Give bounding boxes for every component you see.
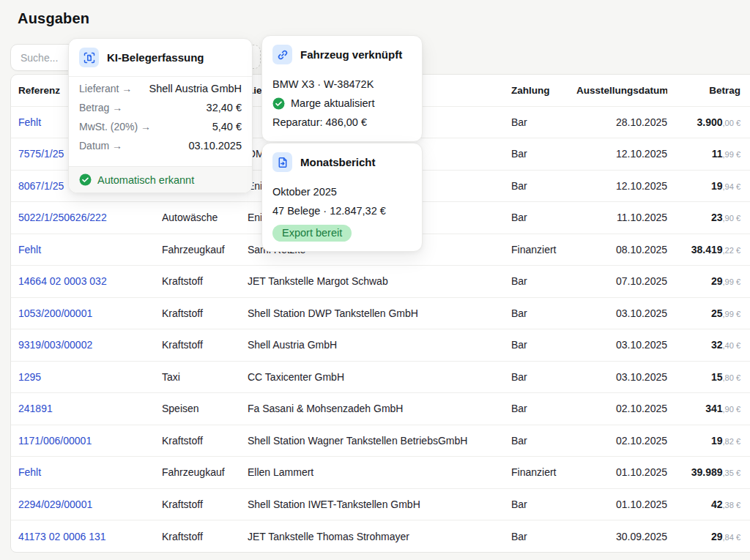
reference-link[interactable]: 41173 02 0006 131 — [18, 531, 106, 542]
payment-cell: Bar — [506, 266, 576, 298]
amount-cell: 29,99 € — [667, 266, 750, 298]
amount-cell: 42,38 € — [667, 488, 750, 520]
report-summary: 47 Belege · 12.847,32 € — [272, 201, 412, 220]
date-cell: 01.10.2025 — [576, 457, 667, 489]
payment-cell: Bar — [506, 138, 576, 171]
ki-status-text: Automatisch erkannt — [97, 174, 194, 186]
check-circle-icon — [272, 97, 285, 110]
date-cell: 07.10.2025 — [576, 266, 667, 298]
date-cell: 28.10.2025 — [576, 106, 667, 138]
category-cell: Kraftstoff — [162, 520, 248, 553]
date-cell: 08.10.2025 — [576, 234, 667, 266]
payment-cell: Bar — [506, 488, 576, 520]
amount-cell: 23,90 € — [667, 202, 750, 234]
ki-field-value: 03.10.2025 — [188, 140, 242, 152]
reference-link[interactable]: 14664 02 0003 032 — [18, 275, 107, 287]
table-row[interactable]: 2294/029/00001 Kraftstoff Shell Station … — [11, 488, 750, 520]
amount-cell: 32,40 € — [667, 329, 750, 362]
vehicle-status-text: Marge aktualisiert — [291, 97, 374, 109]
payment-cell: Bar — [506, 106, 576, 138]
reference-link[interactable]: Fehlt — [18, 116, 41, 128]
ki-field-value: Shell Austria GmbH — [149, 83, 242, 94]
category-cell: Kraftstoff — [162, 488, 248, 520]
category-cell: Fahrzeugkauf — [162, 234, 248, 266]
reference-link[interactable]: Fehlt — [18, 244, 41, 255]
ki-field-value: 5,40 € — [212, 121, 242, 132]
amount-cell: 341,90 € — [667, 393, 750, 425]
table-row[interactable]: 9319/003/00002 Kraftstoff Shell Austria … — [11, 329, 750, 362]
document-scan-icon — [79, 48, 99, 67]
check-circle-icon — [79, 173, 92, 186]
date-cell: 03.10.2025 — [576, 329, 667, 362]
column-header-ausstellungsdatum: Ausstellungsdatum — [576, 75, 667, 106]
ki-field-label: Lieferant → — [79, 83, 132, 94]
amount-cell: 38.419,22 € — [667, 234, 750, 266]
supplier-cell: Ellen Lammert — [248, 457, 506, 489]
amount-cell: 25,99 € — [667, 297, 750, 329]
table-row[interactable]: 14664 02 0003 032 Kraftstoff JET Tankste… — [11, 266, 750, 298]
date-cell: 02.10.2025 — [576, 425, 667, 457]
payment-cell: Finanziert — [506, 234, 576, 266]
supplier-cell: Fa Sasani & Mohsenzadeh GmbH — [248, 393, 506, 425]
link-icon — [272, 45, 292, 64]
reference-link[interactable]: 1295 — [18, 371, 41, 383]
amount-cell: 29,84 € — [667, 520, 750, 553]
supplier-cell: JET Tankstelle Margot Schwab — [248, 266, 506, 298]
category-cell: Kraftstoff — [162, 425, 248, 457]
table-row[interactable]: 1295 Taxi CC Taxicenter GmbH Bar 03.10.2… — [11, 361, 750, 393]
ki-field-label: Betrag → — [79, 102, 122, 113]
amount-cell: 11,99 € — [667, 138, 750, 171]
table-row[interactable]: Fehlt Fahrzeugkauf Ellen Lammert Finanzi… — [11, 457, 750, 489]
category-cell: Autowäsche — [162, 202, 248, 234]
payment-cell: Bar — [506, 425, 576, 457]
category-cell: Kraftstoff — [162, 297, 248, 329]
reference-link[interactable]: 8067/1/25 — [18, 180, 64, 192]
date-cell: 30.09.2025 — [576, 520, 667, 553]
date-cell: 03.10.2025 — [576, 297, 667, 329]
report-month: Oktober 2025 — [272, 182, 412, 201]
amount-cell: 15,80 € — [667, 361, 750, 393]
table-row[interactable]: 241891 Speisen Fa Sasani & Mohsenzadeh G… — [11, 393, 750, 425]
reference-link[interactable]: 5022/1/250626/222 — [18, 212, 107, 223]
supplier-cell: CC Taxicenter GmbH — [248, 361, 506, 393]
vehicle-info: BMW X3 · W-38472K — [272, 75, 412, 94]
date-cell: 03.10.2025 — [576, 361, 667, 393]
payment-cell: Bar — [506, 170, 576, 202]
date-cell: 11.10.2025 — [576, 202, 667, 234]
reference-link[interactable]: 2294/029/00001 — [18, 499, 92, 510]
supplier-cell: Shell Station IWET-Tankstellen GmbH — [248, 488, 506, 520]
vehicle-repair-info: Reparatur: 486,00 € — [272, 113, 412, 132]
category-cell: Kraftstoff — [162, 329, 248, 362]
page-title: Ausgaben — [18, 10, 89, 27]
export-ready-badge: Export bereit — [272, 225, 352, 242]
supplier-cell: JET Tankstelle Thomas Strohmayer — [248, 520, 506, 553]
report-card-title: Monatsbericht — [300, 156, 376, 168]
amount-cell: 3.900,00 € — [667, 106, 750, 138]
ki-card-title: KI-Belegerfassung — [107, 51, 204, 64]
vehicle-linked-card: Fahrzeug verknüpft BMW X3 · W-38472K Mar… — [261, 35, 423, 142]
table-row[interactable]: 1171/006/00001 Kraftstoff Shell Station … — [11, 425, 750, 457]
reference-link[interactable]: 1171/006/00001 — [18, 435, 92, 447]
amount-cell: 19,82 € — [667, 425, 750, 457]
payment-cell: Bar — [506, 297, 576, 329]
table-row[interactable]: 1053/200/00001 Kraftstoff Shell Station … — [11, 297, 750, 329]
reference-link[interactable]: 7575/1/25 — [18, 148, 64, 160]
payment-cell: Bar — [506, 361, 576, 393]
reference-link[interactable]: Fehlt — [18, 466, 41, 478]
date-cell: 12.10.2025 — [576, 170, 667, 202]
category-cell: Fahrzeugkauf — [162, 457, 248, 489]
reference-link[interactable]: 241891 — [18, 403, 53, 414]
reference-link[interactable]: 9319/003/00002 — [18, 339, 92, 351]
table-row[interactable]: 41173 02 0006 131 Kraftstoff JET Tankste… — [11, 520, 750, 553]
column-header-betrag: Betrag — [667, 75, 750, 106]
ki-field-label: MwSt. (20%) → — [79, 121, 151, 132]
supplier-cell: Shell Austria GmbH — [248, 329, 506, 362]
amount-cell: 19,94 € — [667, 170, 750, 202]
reference-link[interactable]: 1053/200/00001 — [18, 307, 92, 319]
category-cell: Speisen — [162, 393, 248, 425]
category-cell: Kraftstoff — [162, 266, 248, 298]
ki-field-label: Datum → — [79, 140, 122, 152]
payment-cell: Bar — [506, 393, 576, 425]
supplier-cell: Shell Station DWP Tankstellen GmbH — [248, 297, 506, 329]
date-cell: 12.10.2025 — [576, 138, 667, 171]
